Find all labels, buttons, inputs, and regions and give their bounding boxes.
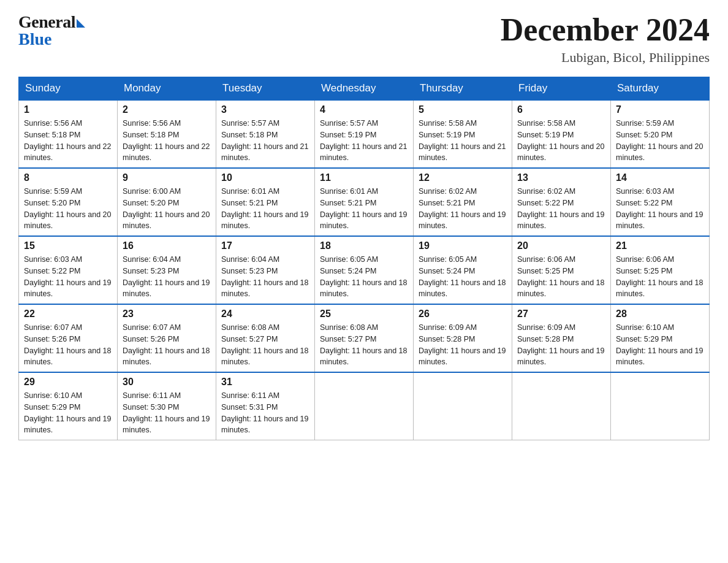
day-info: Sunrise: 6:01 AMSunset: 5:21 PMDaylight:…: [320, 186, 408, 232]
table-row: 2Sunrise: 5:56 AMSunset: 5:18 PMDaylight…: [118, 100, 216, 168]
table-row: 25Sunrise: 6:08 AMSunset: 5:27 PMDayligh…: [315, 304, 414, 372]
day-number: 4: [320, 104, 408, 115]
day-info: Sunrise: 5:56 AMSunset: 5:18 PMDaylight:…: [123, 118, 211, 164]
table-row: 27Sunrise: 6:09 AMSunset: 5:28 PMDayligh…: [512, 304, 611, 372]
page-header: General Blue December 2024 Lubigan, Bico…: [18, 12, 710, 66]
day-number: 27: [517, 308, 605, 320]
day-info: Sunrise: 6:04 AMSunset: 5:23 PMDaylight:…: [221, 254, 309, 300]
table-row: 1Sunrise: 5:56 AMSunset: 5:18 PMDaylight…: [19, 100, 118, 168]
table-row: 9Sunrise: 6:00 AMSunset: 5:20 PMDaylight…: [118, 168, 216, 236]
day-number: 6: [517, 104, 605, 115]
logo-triangle-icon: [77, 19, 85, 28]
table-row: 20Sunrise: 6:06 AMSunset: 5:25 PMDayligh…: [512, 236, 611, 304]
day-number: 3: [221, 104, 309, 115]
table-row: 18Sunrise: 6:05 AMSunset: 5:24 PMDayligh…: [315, 236, 414, 304]
header-wednesday: Wednesday: [315, 77, 414, 101]
day-number: 11: [320, 172, 408, 183]
table-row: 12Sunrise: 6:02 AMSunset: 5:21 PMDayligh…: [414, 168, 512, 236]
logo-blue-text: Blue: [18, 29, 51, 49]
table-row: 10Sunrise: 6:01 AMSunset: 5:21 PMDayligh…: [216, 168, 315, 236]
day-info: Sunrise: 6:08 AMSunset: 5:27 PMDaylight:…: [320, 322, 408, 368]
day-info: Sunrise: 6:10 AMSunset: 5:29 PMDaylight:…: [616, 322, 704, 368]
day-info: Sunrise: 6:04 AMSunset: 5:23 PMDaylight:…: [123, 254, 211, 300]
table-row: 29Sunrise: 6:10 AMSunset: 5:29 PMDayligh…: [19, 372, 118, 440]
day-number: 31: [221, 377, 309, 388]
day-info: Sunrise: 5:58 AMSunset: 5:19 PMDaylight:…: [419, 118, 507, 164]
table-row: 17Sunrise: 6:04 AMSunset: 5:23 PMDayligh…: [216, 236, 315, 304]
day-number: 22: [24, 308, 112, 320]
title-section: December 2024 Lubigan, Bicol, Philippine…: [501, 12, 710, 66]
header-saturday: Saturday: [611, 77, 710, 101]
table-row: 11Sunrise: 6:01 AMSunset: 5:21 PMDayligh…: [315, 168, 414, 236]
day-info: Sunrise: 6:02 AMSunset: 5:22 PMDaylight:…: [517, 186, 605, 232]
table-row: 13Sunrise: 6:02 AMSunset: 5:22 PMDayligh…: [512, 168, 611, 236]
day-info: Sunrise: 5:56 AMSunset: 5:18 PMDaylight:…: [24, 118, 112, 164]
table-row: 21Sunrise: 6:06 AMSunset: 5:25 PMDayligh…: [611, 236, 710, 304]
table-row: 15Sunrise: 6:03 AMSunset: 5:22 PMDayligh…: [19, 236, 118, 304]
table-row: 7Sunrise: 5:59 AMSunset: 5:20 PMDaylight…: [611, 100, 710, 168]
table-row: 30Sunrise: 6:11 AMSunset: 5:30 PMDayligh…: [118, 372, 216, 440]
day-info: Sunrise: 6:06 AMSunset: 5:25 PMDaylight:…: [616, 254, 704, 300]
table-row: 24Sunrise: 6:08 AMSunset: 5:27 PMDayligh…: [216, 304, 315, 372]
header-tuesday: Tuesday: [216, 77, 315, 101]
day-number: 13: [517, 172, 605, 183]
day-number: 14: [616, 172, 704, 183]
day-number: 29: [24, 377, 112, 388]
header-thursday: Thursday: [414, 77, 512, 101]
table-row: 22Sunrise: 6:07 AMSunset: 5:26 PMDayligh…: [19, 304, 118, 372]
day-number: 2: [123, 104, 211, 115]
header-monday: Monday: [118, 77, 216, 101]
calendar-week-row: 1Sunrise: 5:56 AMSunset: 5:18 PMDaylight…: [19, 100, 710, 168]
day-number: 8: [24, 172, 112, 183]
calendar-week-row: 29Sunrise: 6:10 AMSunset: 5:29 PMDayligh…: [19, 372, 710, 440]
day-info: Sunrise: 6:02 AMSunset: 5:21 PMDaylight:…: [419, 186, 507, 232]
day-info: Sunrise: 6:07 AMSunset: 5:26 PMDaylight:…: [123, 322, 211, 368]
header-friday: Friday: [512, 77, 611, 101]
table-row: 23Sunrise: 6:07 AMSunset: 5:26 PMDayligh…: [118, 304, 216, 372]
day-info: Sunrise: 6:09 AMSunset: 5:28 PMDaylight:…: [517, 322, 605, 368]
day-number: 16: [123, 240, 211, 251]
day-number: 5: [419, 104, 507, 115]
calendar-table: Sunday Monday Tuesday Wednesday Thursday…: [18, 77, 710, 440]
day-number: 10: [221, 172, 309, 183]
table-row: 5Sunrise: 5:58 AMSunset: 5:19 PMDaylight…: [414, 100, 512, 168]
table-row: 26Sunrise: 6:09 AMSunset: 5:28 PMDayligh…: [414, 304, 512, 372]
calendar-week-row: 15Sunrise: 6:03 AMSunset: 5:22 PMDayligh…: [19, 236, 710, 304]
day-info: Sunrise: 6:00 AMSunset: 5:20 PMDaylight:…: [123, 186, 211, 232]
day-number: 24: [221, 308, 309, 320]
day-number: 9: [123, 172, 211, 183]
day-number: 20: [517, 240, 605, 251]
table-row: [414, 372, 512, 440]
day-info: Sunrise: 5:58 AMSunset: 5:19 PMDaylight:…: [517, 118, 605, 164]
day-number: 15: [24, 240, 112, 251]
day-number: 17: [221, 240, 309, 251]
calendar-header-row: Sunday Monday Tuesday Wednesday Thursday…: [19, 77, 710, 101]
table-row: 14Sunrise: 6:03 AMSunset: 5:22 PMDayligh…: [611, 168, 710, 236]
day-info: Sunrise: 6:05 AMSunset: 5:24 PMDaylight:…: [320, 254, 408, 300]
day-info: Sunrise: 5:57 AMSunset: 5:19 PMDaylight:…: [320, 118, 408, 164]
day-info: Sunrise: 5:59 AMSunset: 5:20 PMDaylight:…: [616, 118, 704, 164]
day-info: Sunrise: 6:11 AMSunset: 5:30 PMDaylight:…: [123, 390, 211, 436]
day-info: Sunrise: 6:03 AMSunset: 5:22 PMDaylight:…: [24, 254, 112, 300]
day-info: Sunrise: 5:57 AMSunset: 5:18 PMDaylight:…: [221, 118, 309, 164]
table-row: [315, 372, 414, 440]
table-row: [512, 372, 611, 440]
calendar-week-row: 8Sunrise: 5:59 AMSunset: 5:20 PMDaylight…: [19, 168, 710, 236]
day-number: 1: [24, 104, 112, 115]
day-number: 30: [123, 377, 211, 388]
day-info: Sunrise: 6:08 AMSunset: 5:27 PMDaylight:…: [221, 322, 309, 368]
table-row: [611, 372, 710, 440]
day-info: Sunrise: 6:05 AMSunset: 5:24 PMDaylight:…: [419, 254, 507, 300]
day-info: Sunrise: 6:09 AMSunset: 5:28 PMDaylight:…: [419, 322, 507, 368]
month-year-title: December 2024: [501, 12, 710, 47]
day-number: 26: [419, 308, 507, 320]
day-number: 21: [616, 240, 704, 251]
logo: General Blue: [18, 12, 85, 49]
table-row: 19Sunrise: 6:05 AMSunset: 5:24 PMDayligh…: [414, 236, 512, 304]
table-row: 4Sunrise: 5:57 AMSunset: 5:19 PMDaylight…: [315, 100, 414, 168]
day-info: Sunrise: 6:11 AMSunset: 5:31 PMDaylight:…: [221, 390, 309, 436]
table-row: 6Sunrise: 5:58 AMSunset: 5:19 PMDaylight…: [512, 100, 611, 168]
day-info: Sunrise: 6:01 AMSunset: 5:21 PMDaylight:…: [221, 186, 309, 232]
day-number: 23: [123, 308, 211, 320]
day-info: Sunrise: 6:06 AMSunset: 5:25 PMDaylight:…: [517, 254, 605, 300]
